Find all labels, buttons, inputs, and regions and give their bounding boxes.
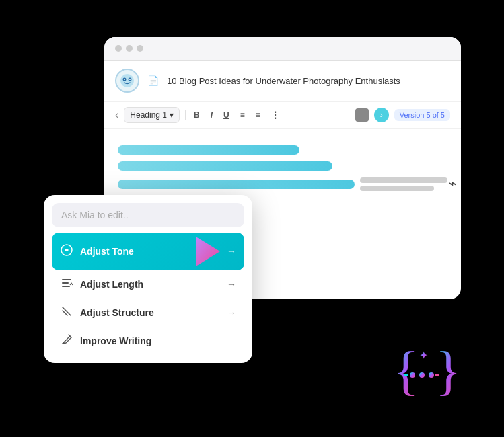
window-dot-red bbox=[115, 45, 122, 52]
improve-writing-label: Improve Writing bbox=[80, 335, 229, 346]
chevron-icon: › bbox=[380, 110, 383, 120]
svg-point-17 bbox=[410, 372, 415, 378]
window-dot-yellow bbox=[126, 45, 133, 52]
skeleton-line-2 bbox=[118, 161, 332, 171]
color-swatch[interactable] bbox=[355, 108, 369, 122]
back-button[interactable]: ‹ bbox=[115, 109, 118, 121]
list-button[interactable]: ≡ bbox=[253, 109, 263, 121]
svg-rect-9 bbox=[62, 286, 70, 287]
cursor-mark: ⌁ bbox=[448, 175, 457, 192]
skeleton-row-3: ⌁ bbox=[118, 177, 447, 191]
improve-writing-icon bbox=[60, 333, 73, 348]
skeleton-line-1 bbox=[118, 145, 299, 155]
popup-item-adjust-tone[interactable]: Adjust Tone → bbox=[52, 233, 244, 270]
svg-point-4 bbox=[129, 79, 131, 80]
adjust-tone-label: Adjust Tone bbox=[80, 246, 186, 257]
dropdown-arrow: ▾ bbox=[170, 110, 174, 120]
adjust-structure-arrow: → bbox=[227, 307, 236, 318]
svg-point-3 bbox=[124, 79, 125, 80]
adjust-length-arrow: → bbox=[227, 279, 236, 290]
adjust-tone-icon bbox=[60, 244, 73, 259]
svg-rect-7 bbox=[62, 279, 71, 280]
app-header: 📄 10 Blog Post Ideas for Underwater Phot… bbox=[104, 61, 461, 102]
more-button[interactable]: ⋮ bbox=[268, 109, 282, 121]
svg-text:}: } bbox=[435, 341, 461, 400]
svg-point-18 bbox=[419, 372, 425, 378]
bold-button[interactable]: B bbox=[191, 109, 203, 121]
adjust-structure-label: Adjust Structure bbox=[80, 307, 220, 318]
mini-line-1 bbox=[360, 177, 447, 183]
popup-item-improve-writing[interactable]: Improve Writing bbox=[52, 327, 244, 355]
popup-item-adjust-structure[interactable]: Adjust Structure → bbox=[52, 299, 244, 327]
svg-point-19 bbox=[429, 372, 434, 378]
skeleton-line-3-right: ⌁ bbox=[360, 177, 447, 191]
italic-button[interactable]: I bbox=[208, 109, 215, 121]
heading-select[interactable]: Heading 1 ▾ bbox=[124, 107, 180, 123]
decoration: { } ✦ bbox=[390, 340, 464, 403]
mini-line-2 bbox=[360, 186, 434, 191]
version-badge: Version 5 of 5 bbox=[394, 109, 450, 121]
svg-marker-6 bbox=[196, 237, 220, 266]
heading-label: Heading 1 bbox=[130, 110, 167, 120]
underline-button[interactable]: U bbox=[221, 109, 232, 121]
popup-item-adjust-length[interactable]: Adjust Length → bbox=[52, 270, 244, 299]
decoration-svg: { } ✦ bbox=[390, 340, 464, 401]
browser-titlebar bbox=[104, 37, 461, 61]
doc-title: 10 Blog Post Ideas for Underwater Photog… bbox=[167, 76, 400, 86]
skeleton-line-3-left bbox=[118, 180, 355, 189]
align-left-button[interactable]: ≡ bbox=[238, 109, 248, 121]
popup-search-input[interactable]: Ask Mia to edit.. bbox=[52, 203, 244, 227]
svg-rect-8 bbox=[62, 282, 69, 284]
toolbar-separator bbox=[185, 110, 186, 120]
chevron-button[interactable]: › bbox=[374, 108, 389, 122]
adjust-structure-icon bbox=[60, 305, 73, 320]
play-triangle bbox=[190, 234, 223, 269]
window-dot-green bbox=[137, 45, 143, 52]
svg-text:{: { bbox=[393, 341, 419, 400]
adjust-tone-arrow: → bbox=[227, 246, 236, 257]
toolbar: ‹ Heading 1 ▾ B I U ≡ ≡ ⋮ › Version 5 of… bbox=[104, 102, 461, 129]
svg-text:✦: ✦ bbox=[419, 350, 428, 361]
svg-point-0 bbox=[120, 74, 134, 87]
popup-menu: Ask Mia to edit.. Adjust Tone → bbox=[44, 195, 252, 363]
doc-icon: 📄 bbox=[147, 75, 159, 86]
app-logo bbox=[115, 69, 139, 93]
adjust-length-label: Adjust Length bbox=[80, 279, 220, 290]
adjust-length-icon bbox=[60, 277, 73, 292]
